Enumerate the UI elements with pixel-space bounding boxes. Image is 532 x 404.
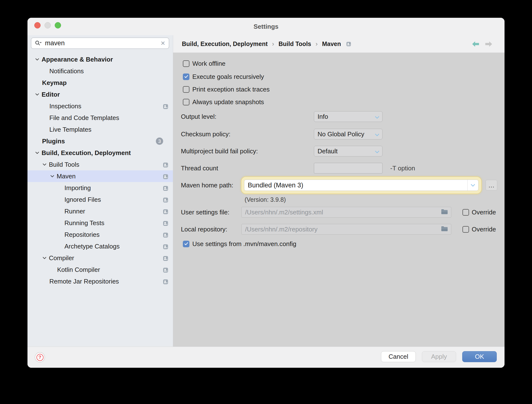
sidebar-item-editor[interactable]: Editor bbox=[27, 89, 173, 100]
output-level-label: Output level: bbox=[181, 111, 216, 122]
sidebar-item-runner[interactable]: Runner bbox=[27, 205, 173, 217]
sidebar-item-ignored-files[interactable]: Ignored Files bbox=[27, 194, 173, 205]
settings-sidebar: ✕ Appearance & Behavior Notifications Ke… bbox=[27, 35, 173, 347]
sidebar-item-repositories[interactable]: Repositories bbox=[27, 229, 173, 240]
chevron-down-icon[interactable] bbox=[43, 257, 46, 259]
sidebar-item-label: Appearance & Behavior bbox=[42, 56, 113, 63]
help-icon: ? bbox=[36, 354, 44, 361]
chevron-down-icon[interactable] bbox=[35, 93, 39, 96]
local-repository-override-checkbox[interactable] bbox=[462, 226, 469, 233]
project-level-icon bbox=[346, 42, 351, 46]
use-maven-config-checkbox[interactable] bbox=[183, 241, 189, 247]
sidebar-item-remote-jar-repositories[interactable]: Remote Jar Repositories bbox=[27, 275, 173, 287]
sidebar-item-running-tests[interactable]: Running Tests bbox=[27, 217, 173, 229]
work-offline-checkbox[interactable] bbox=[183, 60, 189, 67]
breadcrumb-build-execution-deployment[interactable]: Build, Execution, Deployment bbox=[182, 40, 268, 47]
sidebar-item-plugins[interactable]: Plugins 3 bbox=[27, 135, 173, 147]
maven-settings-panel: Work offline Execute goals recursively P… bbox=[173, 53, 505, 347]
ok-button[interactable]: OK bbox=[462, 351, 497, 362]
sidebar-item-kotlin-compiler[interactable]: Kotlin Compiler bbox=[27, 264, 173, 275]
chevron-down-icon[interactable] bbox=[35, 58, 39, 61]
print-exception-stack-traces-row[interactable]: Print exception stack traces bbox=[183, 83, 270, 95]
checksum-policy-select[interactable]: No Global Policy bbox=[314, 129, 382, 139]
sidebar-item-label: Archetype Catalogs bbox=[64, 243, 120, 250]
sidebar-item-label: Repositories bbox=[64, 231, 100, 239]
chevron-down-icon[interactable] bbox=[50, 175, 54, 177]
sidebar-item-label: Editor bbox=[42, 91, 60, 98]
sidebar-item-notifications[interactable]: Notifications bbox=[27, 65, 173, 77]
work-offline-row[interactable]: Work offline bbox=[183, 58, 225, 69]
checksum-policy-label: Checksum policy: bbox=[181, 129, 231, 139]
always-update-snapshots-row[interactable]: Always update snapshots bbox=[183, 96, 264, 108]
user-settings-file-field[interactable]: /Users/nhn/.m2/settings.xml bbox=[241, 207, 451, 218]
sidebar-item-archetype-catalogs[interactable]: Archetype Catalogs bbox=[27, 240, 173, 252]
titlebar: Settings bbox=[27, 18, 505, 35]
dialog-footer: ? Cancel Apply OK bbox=[27, 347, 505, 368]
sidebar-item-appearance-behavior[interactable]: Appearance & Behavior bbox=[27, 54, 173, 65]
breadcrumb-separator: › bbox=[316, 40, 318, 48]
chevron-down-icon bbox=[375, 130, 379, 138]
breadcrumb-build-tools[interactable]: Build Tools bbox=[279, 40, 311, 47]
settings-search-box[interactable]: ✕ bbox=[31, 37, 169, 49]
maven-home-focus-ring: Bundled (Maven 3) bbox=[241, 177, 481, 193]
local-repository-override-row[interactable]: Override bbox=[462, 224, 496, 235]
project-level-icon bbox=[163, 174, 168, 181]
sidebar-item-file-code-templates[interactable]: File and Code Templates bbox=[27, 112, 173, 124]
back-arrow-icon[interactable] bbox=[471, 41, 480, 48]
settings-detail-pane: Build, Execution, Deployment › Build Too… bbox=[173, 35, 505, 347]
sidebar-item-label: Inspections bbox=[49, 102, 81, 110]
folder-icon[interactable] bbox=[441, 226, 448, 233]
chevron-down-icon[interactable] bbox=[35, 152, 39, 154]
project-level-icon bbox=[163, 197, 168, 204]
sidebar-item-keymap[interactable]: Keymap bbox=[27, 77, 173, 89]
sidebar-item-label: Remote Jar Repositories bbox=[49, 278, 119, 285]
execute-goals-recursively-checkbox[interactable] bbox=[183, 73, 189, 80]
chevron-down-icon bbox=[375, 147, 379, 155]
always-update-snapshots-checkbox[interactable] bbox=[183, 99, 189, 105]
maven-home-path-label: Maven home path: bbox=[181, 180, 233, 191]
checkbox-label: Execute goals recursively bbox=[192, 73, 264, 81]
project-level-icon bbox=[163, 103, 168, 111]
checkbox-label: Always update snapshots bbox=[192, 98, 264, 106]
sidebar-item-build-tools[interactable]: Build Tools bbox=[27, 159, 173, 170]
use-maven-config-row[interactable]: Use settings from .mvn/maven.config bbox=[183, 238, 296, 250]
sidebar-item-build-execution-deployment[interactable]: Build, Execution, Deployment bbox=[27, 147, 173, 159]
maven-home-browse-button[interactable]: … bbox=[486, 180, 497, 191]
print-exception-stack-traces-checkbox[interactable] bbox=[183, 86, 189, 93]
override-label: Override bbox=[472, 209, 496, 216]
local-repository-field[interactable]: /Users/nhn/.m2/repository bbox=[241, 224, 451, 235]
sidebar-item-compiler[interactable]: Compiler bbox=[27, 252, 173, 264]
breadcrumb-bar: Build, Execution, Deployment › Build Too… bbox=[173, 35, 505, 53]
checkbox-label: Print exception stack traces bbox=[192, 86, 270, 93]
project-level-icon bbox=[163, 162, 168, 169]
sidebar-item-inspections[interactable]: Inspections bbox=[27, 100, 173, 112]
sidebar-item-label: Plugins bbox=[42, 138, 65, 145]
folder-icon[interactable] bbox=[441, 209, 448, 216]
thread-count-input[interactable] bbox=[314, 163, 382, 174]
maven-home-path-value: Bundled (Maven 3) bbox=[244, 180, 467, 191]
multiproject-build-fail-policy-select[interactable]: Default bbox=[314, 146, 382, 156]
sidebar-item-importing[interactable]: Importing bbox=[27, 182, 173, 194]
help-button[interactable]: ? bbox=[35, 352, 45, 362]
project-level-icon bbox=[163, 185, 168, 193]
chevron-down-icon[interactable] bbox=[43, 163, 46, 166]
breadcrumb-maven[interactable]: Maven bbox=[322, 40, 341, 47]
project-level-icon bbox=[163, 267, 168, 275]
checkbox-label: Work offline bbox=[192, 60, 225, 67]
maven-home-dropdown-button[interactable] bbox=[467, 180, 478, 191]
clear-search-icon[interactable]: ✕ bbox=[160, 40, 165, 46]
apply-button: Apply bbox=[422, 351, 456, 362]
sidebar-item-live-templates[interactable]: Live Templates bbox=[27, 124, 173, 135]
maven-home-path-combobox[interactable]: Bundled (Maven 3) bbox=[244, 180, 479, 191]
output-level-select[interactable]: Info bbox=[314, 111, 382, 122]
sidebar-item-label: Running Tests bbox=[64, 219, 104, 227]
user-settings-override-checkbox[interactable] bbox=[462, 209, 469, 216]
execute-goals-recursively-row[interactable]: Execute goals recursively bbox=[183, 71, 264, 83]
user-settings-override-row[interactable]: Override bbox=[462, 207, 496, 218]
sidebar-item-label: Ignored Files bbox=[64, 196, 101, 203]
search-input[interactable] bbox=[45, 39, 160, 47]
cancel-button[interactable]: Cancel bbox=[381, 351, 416, 362]
checksum-policy-value: No Global Policy bbox=[318, 130, 375, 138]
multiproject-build-fail-policy-label: Multiproject build fail policy: bbox=[181, 146, 258, 156]
sidebar-item-maven[interactable]: Maven bbox=[27, 170, 173, 182]
